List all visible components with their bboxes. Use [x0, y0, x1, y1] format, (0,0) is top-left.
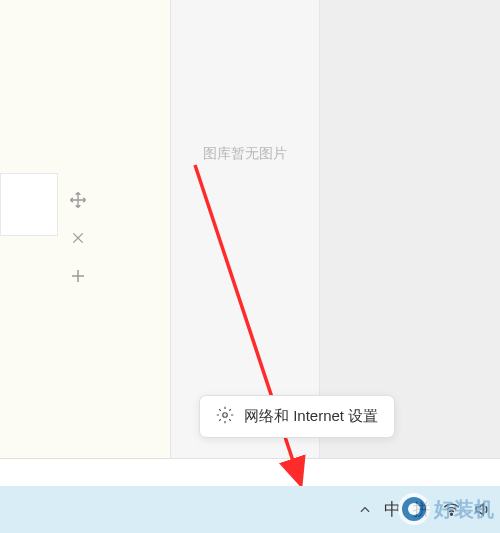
network-tooltip[interactable]: 网络和 Internet 设置 — [199, 395, 395, 438]
watermark-text: 好装机 — [434, 496, 494, 523]
canvas-thumbnail — [0, 173, 58, 236]
gallery-panel: 图库暂无图片 — [170, 0, 320, 458]
move-icon[interactable] — [68, 190, 88, 210]
plus-icon[interactable] — [68, 266, 88, 286]
watermark-logo — [398, 493, 430, 525]
left-panel — [0, 0, 170, 458]
app-bottom-bar — [0, 458, 500, 486]
tooltip-label: 网络和 Internet 设置 — [244, 407, 378, 426]
right-panel — [320, 0, 500, 458]
tool-column — [68, 190, 88, 286]
close-icon[interactable] — [68, 228, 88, 248]
taskbar: 中 拼 好装机 — [0, 486, 500, 533]
gear-icon — [216, 406, 234, 427]
watermark: 好装机 — [398, 493, 494, 525]
chevron-up-icon[interactable] — [358, 503, 372, 517]
svg-point-2 — [223, 413, 228, 418]
